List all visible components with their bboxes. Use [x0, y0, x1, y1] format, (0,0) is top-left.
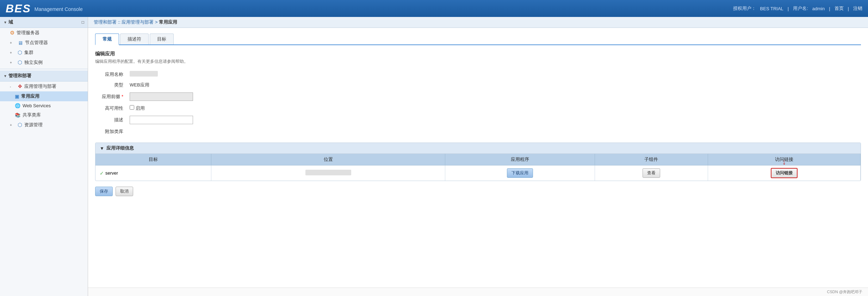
tab-general[interactable]: 常规	[95, 34, 119, 45]
type-value: WEB应用	[127, 80, 306, 90]
sidebar-item-common-app[interactable]: ▣ 常用应用	[0, 91, 88, 101]
cancel-button[interactable]: 取消	[116, 187, 133, 196]
col-subcomp: 子组件	[595, 154, 708, 165]
details-header: ▼ 应用详细信息	[95, 143, 861, 154]
sidebar-item-manage-server[interactable]: ⚙ 管理服务器	[0, 28, 88, 38]
sidebar-item-standalone[interactable]: + ⬡ 独立实例	[0, 58, 88, 67]
user-value: admin	[812, 6, 825, 11]
app-name-label: 应用名称	[95, 69, 127, 80]
cluster-icon: ⬡	[18, 49, 22, 56]
sidebar-item-shared-lib[interactable]: 📚 共享类库	[0, 110, 88, 120]
details-table: 目标 位置 应用程序 子组件 访问链接 ✓ server	[95, 154, 861, 181]
home-link[interactable]: 首页	[835, 5, 844, 12]
location-blurred	[305, 170, 351, 175]
web-services-icon: 🌐	[15, 103, 20, 108]
server-status: ✓ server	[100, 170, 207, 176]
form-row-desc: 描述	[95, 114, 306, 126]
sidebar-resource-manage-label: 资源管理	[24, 122, 43, 128]
status-check-icon: ✓	[100, 170, 104, 176]
shared-lib-icon: 📚	[15, 113, 20, 118]
footer-buttons: 保存 取消	[95, 187, 861, 196]
tab-target[interactable]: 目标	[150, 34, 174, 44]
sidebar-app-manage-deploy-label: 应用管理与部署	[24, 83, 56, 90]
sidebar: ▼ 域 □ ⚙ 管理服务器 + 🖥 节点管理器 + ⬡ 集群 + ⬡ 独立实例	[0, 17, 88, 296]
row-subcomp: 查看	[595, 165, 708, 181]
sidebar-manage-deploy-header[interactable]: ▼ 管理和部署	[0, 71, 88, 81]
desc-input[interactable]	[130, 116, 193, 124]
edit-form: 应用名称 类型 WEB应用 应用前缀 *	[95, 69, 306, 137]
breadcrumb: 管理和部署 :: 应用管理与部署 > 常用应用	[88, 17, 868, 28]
domain-arrow-icon: ▼	[4, 20, 7, 24]
breadcrumb-part1[interactable]: 管理和部署	[94, 19, 117, 25]
auth-value: BES TRIAL	[760, 6, 783, 11]
ha-checkbox-label: 启用	[136, 105, 145, 111]
ha-checkbox[interactable]	[130, 105, 134, 110]
app-manage-deploy-icon: ❖	[18, 83, 22, 90]
sidebar-domain-label: 域	[8, 19, 13, 25]
divider3: |	[848, 6, 849, 11]
standalone-expand-icon: +	[10, 61, 14, 65]
server-name: server	[105, 170, 118, 176]
details-table-header-row: 目标 位置 应用程序 子组件 访问链接	[95, 154, 861, 165]
type-label: 类型	[95, 80, 127, 90]
sidebar-web-services-label: Web Services	[23, 103, 51, 108]
sidebar-item-resource-manage[interactable]: + ⬡ 资源管理	[0, 120, 88, 130]
node-expand-icon: +	[10, 41, 14, 45]
standalone-icon: ⬡	[18, 59, 22, 66]
tab-bar: 常规 描述符 目标	[95, 34, 861, 45]
breadcrumb-part2[interactable]: 应用管理与部署	[122, 19, 154, 25]
content-area: 管理和部署 :: 应用管理与部署 > 常用应用 常规 描述符 目标 编辑应用 编…	[88, 17, 868, 296]
sidebar-common-app-label: 常用应用	[21, 93, 39, 99]
edit-title: 编辑应用	[95, 51, 861, 57]
sidebar-item-cluster[interactable]: + ⬡ 集群	[0, 48, 88, 58]
sidebar-shared-lib-label: 共享类库	[23, 112, 41, 118]
manage-deploy-arrow-icon: ▼	[4, 74, 7, 78]
watermark: CSDN @奔跑吧邓子	[88, 288, 868, 296]
app-name-blurred	[130, 71, 158, 77]
sidebar-item-node-manager[interactable]: + 🖥 节点管理器	[0, 38, 88, 48]
red-arrow-annotation: ↓	[782, 158, 786, 166]
save-button[interactable]: 保存	[95, 187, 113, 196]
row-location	[211, 165, 445, 181]
app-prefix-input[interactable]	[130, 92, 193, 101]
access-link-button[interactable]: 访问链接	[771, 168, 798, 178]
form-row-prefix: 应用前缀 *	[95, 90, 306, 103]
access-btn-container: ↓ 访问链接	[771, 168, 798, 178]
logo-subtitle: Management Console	[35, 6, 83, 12]
resource-expand-icon: +	[10, 123, 14, 127]
sidebar-domain-collapse-icon: □	[82, 20, 84, 25]
col-location: 位置	[211, 154, 445, 165]
details-title: 应用详细信息	[106, 145, 134, 151]
common-app-icon: ▣	[15, 94, 19, 99]
edit-section: 编辑应用 编辑应用程序的配置。有关更多信息请参阅帮助。 应用名称 类型 WEB应…	[95, 51, 861, 137]
sidebar-domain-header[interactable]: ▼ 域 □	[0, 17, 88, 28]
view-button[interactable]: 查看	[643, 168, 660, 178]
download-app-button[interactable]: 下载应用	[507, 168, 533, 178]
app-prefix-value-cell	[127, 90, 306, 103]
row-access: ↓ 访问链接	[708, 165, 861, 181]
tab-descriptor[interactable]: 描述符	[120, 34, 149, 44]
auth-label: 授权用户：	[733, 5, 756, 12]
desc-value-cell	[127, 114, 306, 126]
logout-link[interactable]: 注销	[853, 5, 862, 12]
node-manager-icon: 🖥	[18, 40, 23, 46]
ha-label: 高可用性	[95, 103, 127, 114]
form-row-app-name: 应用名称	[95, 69, 306, 80]
required-star: *	[122, 94, 123, 99]
sidebar-item-app-manage-deploy[interactable]: - ❖ 应用管理与部署	[0, 81, 88, 91]
sidebar-item-web-services[interactable]: 🌐 Web Services	[0, 101, 88, 110]
app-name-value-cell	[127, 69, 306, 80]
header-right: 授权用户： BES TRIAL | 用户名: admin | 首页 | 注销	[733, 5, 862, 12]
row-server: ✓ server	[95, 165, 211, 181]
table-row: ✓ server 下载应用 查看	[95, 165, 861, 181]
divider1: |	[788, 6, 789, 11]
details-section: ▼ 应用详细信息 目标 位置 应用程序 子组件 访问链接	[95, 143, 861, 181]
attach-lib-value-cell	[127, 126, 306, 137]
main-layout: ▼ 域 □ ⚙ 管理服务器 + 🖥 节点管理器 + ⬡ 集群 + ⬡ 独立实例	[0, 17, 868, 296]
logo-area: BES Management Console	[6, 2, 83, 15]
app-manage-expand-icon: -	[10, 85, 14, 89]
details-collapse-icon: ▼	[100, 146, 104, 151]
ha-value-cell: 启用	[127, 103, 306, 114]
resource-manage-icon: ⬡	[18, 122, 22, 128]
edit-subtitle: 编辑应用程序的配置。有关更多信息请参阅帮助。	[95, 59, 861, 65]
